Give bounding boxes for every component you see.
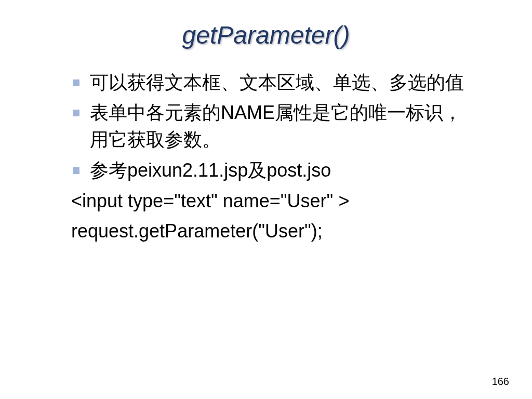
bullet-item: 可以获得文本框、文本区域、单选、多选的值 — [73, 69, 480, 96]
bullet-item: 表单中各元素的NAME属性是它的唯一标识，用它获取参数。 — [73, 99, 480, 153]
bullet-text: 表单中各元素的NAME属性是它的唯一标识，用它获取参数。 — [90, 99, 480, 153]
page-number: 166 — [492, 376, 509, 388]
bullet-square-icon — [73, 167, 79, 174]
bullet-square-icon — [73, 79, 79, 86]
slide-content: 可以获得文本框、文本区域、单选、多选的值 表单中各元素的NAME属性是它的唯一标… — [21, 69, 511, 245]
slide-container: getParameter() 可以获得文本框、文本区域、单选、多选的值 表单中各… — [0, 0, 532, 399]
code-line: request.getParameter("User"); — [71, 217, 480, 245]
bullet-text: 参考peixun2.11.jsp及post.jso — [90, 157, 331, 184]
slide-title: getParameter() — [21, 21, 511, 49]
bullet-text: 可以获得文本框、文本区域、单选、多选的值 — [90, 69, 464, 96]
bullet-item: 参考peixun2.11.jsp及post.jso — [73, 157, 480, 184]
bullet-square-icon — [73, 110, 79, 116]
code-line: <input type="text" name="User" > — [71, 187, 480, 215]
